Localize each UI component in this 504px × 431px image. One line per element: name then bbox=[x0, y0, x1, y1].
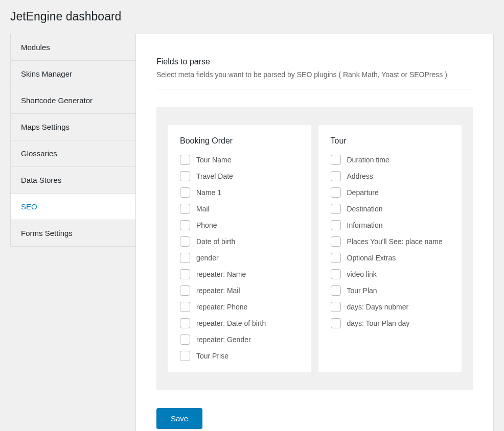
checkbox-row: repeater: Gender bbox=[180, 334, 299, 345]
field-checkbox[interactable] bbox=[180, 302, 190, 312]
main-panel: Fields to parse Select meta fields you w… bbox=[135, 34, 494, 431]
field-checkbox[interactable] bbox=[331, 220, 341, 230]
field-checkbox[interactable] bbox=[331, 236, 341, 247]
checkbox-row: Phone bbox=[180, 220, 299, 230]
group-title: Tour bbox=[331, 136, 450, 146]
divider bbox=[156, 89, 473, 89]
field-label[interactable]: Address bbox=[347, 172, 373, 180]
field-checkbox[interactable] bbox=[180, 236, 190, 247]
sidebar-item-shortcode-generator[interactable]: Shortcode Generator bbox=[10, 87, 136, 114]
field-checkbox[interactable] bbox=[331, 285, 341, 296]
checkbox-row: Tour Plan bbox=[331, 285, 450, 296]
sidebar-item-glossaries[interactable]: Glossaries bbox=[10, 140, 136, 167]
field-checkbox[interactable] bbox=[331, 318, 341, 328]
checkbox-row: Address bbox=[331, 171, 450, 181]
checkbox-row: Travel Date bbox=[180, 171, 299, 181]
field-label[interactable]: days: Tour Plan day bbox=[347, 319, 410, 327]
field-label[interactable]: repeater: Phone bbox=[196, 303, 247, 311]
field-checkbox[interactable] bbox=[331, 171, 341, 181]
field-label[interactable]: Tour Name bbox=[196, 156, 231, 164]
section-description: Select meta fields you want to be parsed… bbox=[156, 70, 473, 79]
field-checkbox[interactable] bbox=[180, 155, 190, 165]
field-label[interactable]: Date of birth bbox=[196, 237, 235, 246]
field-checkbox[interactable] bbox=[180, 269, 190, 279]
field-checkbox[interactable] bbox=[331, 187, 341, 198]
field-label[interactable]: days: Days nubmer bbox=[347, 303, 409, 311]
field-checkbox[interactable] bbox=[331, 269, 341, 279]
sidebar-item-forms-settings[interactable]: Forms Settings bbox=[10, 220, 136, 247]
field-label[interactable]: repeater: Gender bbox=[196, 336, 251, 344]
checkbox-row: repeater: Mail bbox=[180, 285, 299, 296]
sidebar-item-label: Glossaries bbox=[21, 149, 57, 158]
checkbox-row: Name 1 bbox=[180, 187, 299, 198]
save-button[interactable]: Save bbox=[156, 408, 202, 429]
field-label[interactable]: Phone bbox=[196, 221, 217, 229]
field-label[interactable]: Departure bbox=[347, 188, 379, 197]
field-checkbox[interactable] bbox=[180, 285, 190, 296]
field-checkbox[interactable] bbox=[331, 155, 341, 165]
field-checkbox[interactable] bbox=[180, 220, 190, 230]
field-checkbox[interactable] bbox=[180, 171, 190, 181]
checkbox-row: Information bbox=[331, 220, 450, 230]
field-label[interactable]: Optional Extras bbox=[347, 254, 396, 262]
field-label[interactable]: Mail bbox=[196, 205, 210, 213]
sidebar-item-modules[interactable]: Modules bbox=[10, 34, 136, 61]
field-label[interactable]: repeater: Mail bbox=[196, 286, 240, 295]
section-title: Fields to parse bbox=[156, 57, 473, 66]
field-checkbox[interactable] bbox=[331, 302, 341, 312]
sidebar-item-label: Skins Manager bbox=[21, 69, 72, 78]
field-checkbox[interactable] bbox=[180, 204, 190, 214]
checkbox-row: Destination bbox=[331, 204, 450, 214]
field-label[interactable]: repeater: Date of birth bbox=[196, 319, 266, 327]
fields-panel: Booking OrderTour NameTravel DateName 1M… bbox=[156, 107, 473, 390]
checkbox-row: gender bbox=[180, 253, 299, 263]
checkbox-row: Departure bbox=[331, 187, 450, 198]
sidebar-item-maps-settings[interactable]: Maps Settings bbox=[10, 114, 136, 140]
page-title: JetEngine dashboard bbox=[10, 5, 494, 34]
checkbox-row: Mail bbox=[180, 204, 299, 214]
field-group: TourDuration timeAddressDepartureDestina… bbox=[318, 125, 462, 372]
field-label[interactable]: Tour Plan bbox=[347, 286, 377, 295]
sidebar-item-seo[interactable]: SEO bbox=[10, 194, 136, 220]
field-label[interactable]: video link bbox=[347, 270, 377, 278]
field-label[interactable]: Travel Date bbox=[196, 172, 233, 180]
checkbox-row: repeater: Phone bbox=[180, 302, 299, 312]
checkbox-row: repeater: Date of birth bbox=[180, 318, 299, 328]
field-group: Booking OrderTour NameTravel DateName 1M… bbox=[168, 125, 311, 372]
field-label[interactable]: Destination bbox=[347, 205, 383, 213]
checkbox-row: Tour Prise bbox=[180, 351, 299, 361]
sidebar: ModulesSkins ManagerShortcode GeneratorM… bbox=[10, 34, 136, 431]
sidebar-item-label: Shortcode Generator bbox=[21, 96, 93, 105]
sidebar-item-label: Modules bbox=[21, 43, 50, 52]
field-label[interactable]: Name 1 bbox=[196, 188, 221, 197]
field-label[interactable]: Tour Prise bbox=[196, 352, 228, 360]
checkbox-row: Duration time bbox=[331, 155, 450, 165]
field-checkbox[interactable] bbox=[180, 253, 190, 263]
checkbox-row: Date of birth bbox=[180, 236, 299, 247]
sidebar-item-label: SEO bbox=[21, 202, 37, 211]
field-label[interactable]: Places You'll See: place name bbox=[347, 237, 443, 246]
checkbox-row: Places You'll See: place name bbox=[331, 236, 450, 247]
sidebar-item-label: Data Stores bbox=[21, 176, 61, 184]
field-checkbox[interactable] bbox=[180, 187, 190, 198]
field-label[interactable]: gender bbox=[196, 254, 219, 262]
checkbox-row: Tour Name bbox=[180, 155, 299, 165]
sidebar-item-data-stores[interactable]: Data Stores bbox=[10, 167, 136, 194]
field-checkbox[interactable] bbox=[331, 204, 341, 214]
field-label[interactable]: Duration time bbox=[347, 156, 390, 164]
checkbox-row: video link bbox=[331, 269, 450, 279]
field-label[interactable]: repeater: Name bbox=[196, 270, 246, 278]
sidebar-item-label: Maps Settings bbox=[21, 123, 70, 131]
group-title: Booking Order bbox=[180, 136, 299, 146]
field-label[interactable]: Information bbox=[347, 221, 383, 229]
sidebar-item-skins-manager[interactable]: Skins Manager bbox=[10, 61, 136, 87]
checkbox-row: days: Days nubmer bbox=[331, 302, 450, 312]
sidebar-item-label: Forms Settings bbox=[21, 229, 73, 237]
checkbox-row: Optional Extras bbox=[331, 253, 450, 263]
field-checkbox[interactable] bbox=[331, 253, 341, 263]
field-checkbox[interactable] bbox=[180, 334, 190, 345]
checkbox-row: repeater: Name bbox=[180, 269, 299, 279]
field-checkbox[interactable] bbox=[180, 318, 190, 328]
field-checkbox[interactable] bbox=[180, 351, 190, 361]
checkbox-row: days: Tour Plan day bbox=[331, 318, 450, 328]
